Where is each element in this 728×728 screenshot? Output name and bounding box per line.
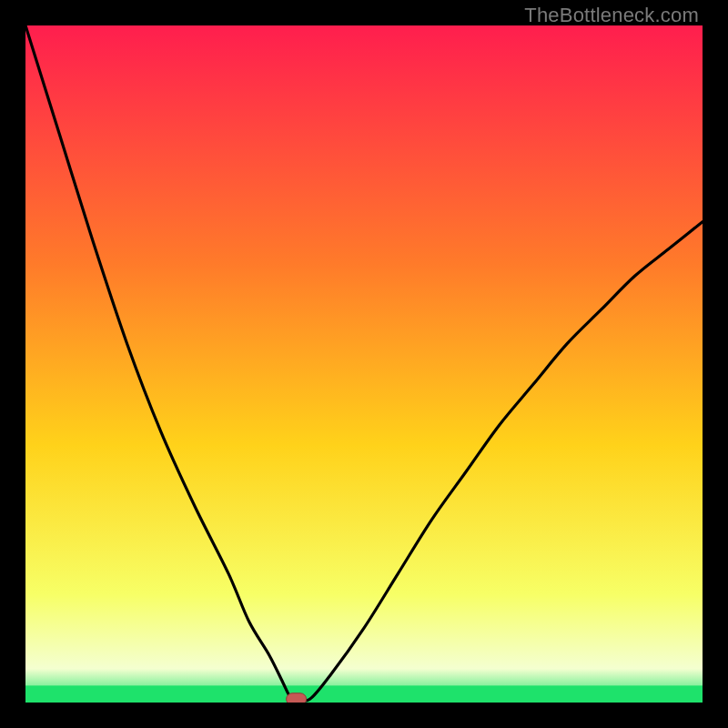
plot-area: [25, 25, 703, 703]
chart-svg: [25, 25, 703, 703]
watermark-text: TheBottleneck.com: [524, 4, 699, 27]
chart-container: TheBottleneck.com: [0, 0, 728, 728]
gradient-background: [25, 25, 703, 703]
optimal-marker: [287, 693, 307, 703]
ideal-band: [25, 685, 703, 703]
